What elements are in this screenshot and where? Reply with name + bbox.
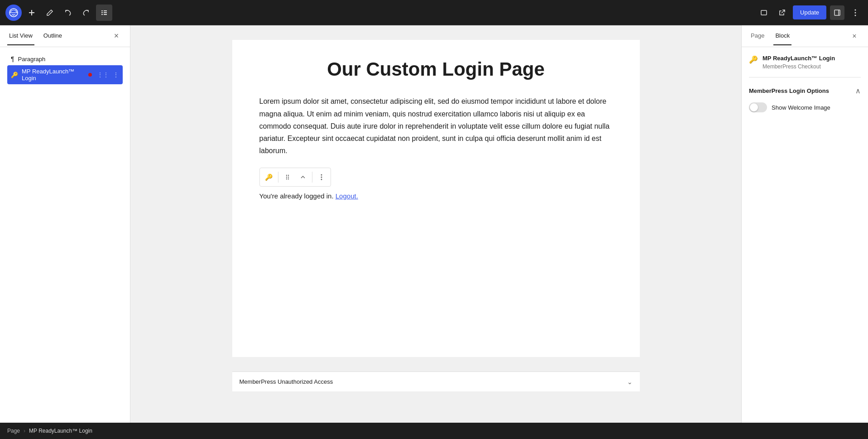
svg-rect-6 [101, 14, 103, 15]
svg-point-14 [855, 14, 856, 16]
right-sidebar-tabs: Page Block × [742, 25, 868, 47]
logged-in-text: You're already logged in. Logout. [259, 192, 613, 200]
section-header: MemberPress Login Options ∧ [749, 87, 861, 95]
toolbar-right: Update [757, 5, 863, 20]
breadcrumb-page[interactable]: Page [7, 428, 20, 434]
bottom-bar: Page › MP ReadyLaunch™ Login [0, 423, 868, 439]
svg-point-20 [288, 178, 288, 179]
block-menu-icon[interactable]: ⋮ [113, 71, 119, 78]
sidebar-toggle-button[interactable] [830, 5, 844, 20]
svg-rect-10 [834, 10, 840, 15]
svg-point-15 [286, 175, 287, 176]
svg-point-16 [286, 177, 287, 178]
main-layout: List View Outline × ¶ Paragraph 🔑 MP Rea… [0, 25, 868, 423]
top-toolbar: Update [0, 0, 868, 25]
svg-rect-4 [101, 12, 103, 13]
pencil-button[interactable] [42, 5, 58, 21]
update-button[interactable]: Update [793, 5, 826, 19]
redo-button[interactable] [78, 5, 94, 21]
breadcrumb-current: MP ReadyLaunch™ Login [29, 428, 92, 434]
svg-point-13 [855, 12, 856, 13]
block-info-text: MP ReadyLaunch™ Login MemberPress Checko… [762, 54, 861, 70]
list-item-mp-login[interactable]: 🔑 MP ReadyLaunch™ Login ⋮⋮ ⋮ [7, 65, 123, 84]
svg-point-17 [286, 178, 287, 179]
mp-bottom-arrow: ⌄ [627, 378, 633, 386]
list-view-button[interactable] [96, 5, 112, 21]
block-info-name: MP ReadyLaunch™ Login [762, 54, 861, 63]
block-info-icon: 🔑 [749, 55, 758, 64]
mp-login-label: MP ReadyLaunch™ Login [22, 68, 83, 82]
drag-handle-button[interactable] [280, 170, 295, 184]
canvas-inner: Our Custom Login Page Lorem ipsum dolor … [232, 40, 640, 357]
svg-point-21 [321, 174, 322, 176]
right-sidebar-close-button[interactable]: × [848, 30, 861, 43]
more-block-options-button[interactable] [314, 170, 329, 184]
toggle-label: Show Welcome Image [772, 104, 830, 111]
svg-point-23 [321, 179, 322, 180]
block-info-type: MemberPress Checkout [762, 63, 861, 70]
login-options-section: MemberPress Login Options ∧ Show Welcome… [749, 87, 861, 112]
key-icon: 🔑 [265, 174, 273, 181]
mp-bottom-label: MemberPress Unauthorized Access [240, 378, 333, 385]
canvas-footer: MemberPress Unauthorized Access ⌄ [232, 371, 640, 391]
view-button[interactable] [757, 5, 771, 20]
section-title: MemberPress Login Options [749, 87, 829, 94]
block-type-button[interactable]: 🔑 [262, 170, 276, 184]
paragraph-label: Paragraph [18, 56, 119, 63]
block-inline-toolbar: 🔑 [259, 168, 331, 187]
red-indicator [88, 73, 92, 77]
svg-rect-5 [104, 12, 107, 13]
sidebar-close-button[interactable]: × [110, 30, 123, 43]
tab-list-view[interactable]: List View [7, 27, 34, 45]
tab-page[interactable]: Page [749, 27, 766, 45]
wp-logo[interactable] [5, 5, 22, 21]
more-options-button[interactable] [848, 5, 863, 20]
breadcrumb-separator: › [24, 428, 25, 434]
body-text: Lorem ipsum dolor sit amet, consectetur … [259, 95, 613, 157]
add-block-button[interactable] [24, 5, 40, 21]
svg-point-12 [855, 9, 856, 10]
svg-rect-7 [104, 14, 107, 15]
show-welcome-image-toggle[interactable] [749, 102, 767, 112]
move-up-button[interactable] [296, 170, 310, 184]
svg-rect-3 [104, 10, 107, 11]
drag-handle-icon: ⋮⋮ [97, 72, 109, 78]
mp-login-icon: 🔑 [11, 72, 18, 78]
block-info: 🔑 MP ReadyLaunch™ Login MemberPress Chec… [749, 54, 861, 77]
page-title: Our Custom Login Page [259, 58, 613, 81]
paragraph-icon: ¶ [11, 55, 14, 63]
right-sidebar: Page Block × 🔑 MP ReadyLaunch™ Login Mem… [741, 25, 868, 423]
canvas-area: Our Custom Login Page Lorem ipsum dolor … [130, 25, 741, 423]
external-button[interactable] [775, 5, 789, 20]
sidebar-tabs: List View Outline × [0, 25, 130, 47]
svg-line-9 [782, 10, 785, 13]
toolbar-divider-2 [312, 172, 312, 183]
undo-button[interactable] [60, 5, 76, 21]
right-sidebar-content: 🔑 MP ReadyLaunch™ Login MemberPress Chec… [742, 47, 868, 423]
toolbar-divider-1 [278, 172, 278, 183]
svg-point-19 [288, 177, 288, 178]
logout-link[interactable]: Logout. [336, 192, 358, 200]
mp-bottom-bar[interactable]: MemberPress Unauthorized Access ⌄ [232, 371, 640, 391]
svg-point-18 [288, 175, 288, 176]
section-collapse-button[interactable]: ∧ [855, 87, 861, 95]
svg-rect-2 [101, 10, 103, 11]
tab-block[interactable]: Block [773, 27, 791, 45]
left-sidebar: List View Outline × ¶ Paragraph 🔑 MP Rea… [0, 25, 130, 423]
svg-rect-8 [761, 10, 767, 15]
list-item-paragraph[interactable]: ¶ Paragraph [7, 53, 123, 65]
sidebar-block-list: ¶ Paragraph 🔑 MP ReadyLaunch™ Login ⋮⋮ ⋮ [0, 47, 130, 423]
toggle-row: Show Welcome Image [749, 102, 861, 112]
tab-outline[interactable]: Outline [42, 27, 64, 45]
svg-point-22 [321, 177, 322, 178]
